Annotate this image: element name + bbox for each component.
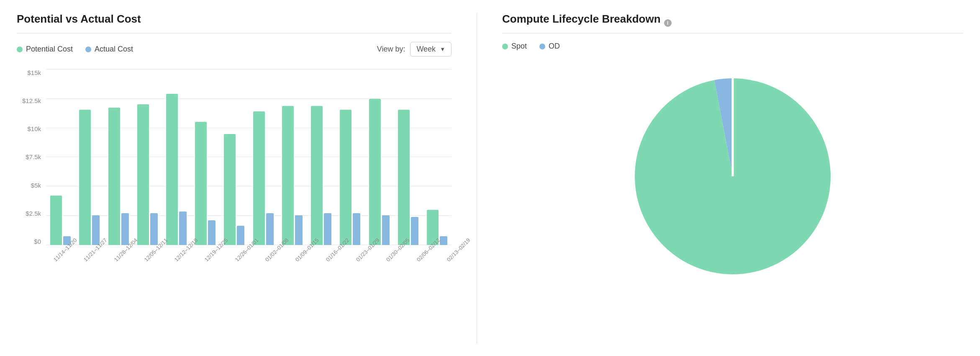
view-by-select[interactable]: Week ▼ xyxy=(410,42,452,57)
right-title-row: Compute Lifecycle Breakdown i xyxy=(502,13,963,33)
bar-potential xyxy=(340,110,351,245)
bar-actual xyxy=(295,215,303,245)
legend-potential-cost: Potential Cost xyxy=(17,45,73,54)
actual-cost-label: Actual Cost xyxy=(95,45,133,54)
view-by-value: Week xyxy=(416,45,436,54)
x-labels: 11/14–11/2011/21–11/2711/28–12/0412/05–1… xyxy=(46,246,452,270)
actual-cost-dot xyxy=(85,46,91,52)
bar-group xyxy=(75,69,104,245)
bar-actual xyxy=(382,215,390,245)
view-by-row: View by: Week ▼ xyxy=(377,42,452,57)
bar-group xyxy=(336,69,364,245)
bar-group xyxy=(307,69,336,245)
potential-cost-dot xyxy=(17,46,23,52)
pie-legend-row: Spot OD xyxy=(502,42,963,51)
bar-potential xyxy=(166,94,178,245)
bar-potential xyxy=(253,111,265,245)
bar-group xyxy=(133,69,162,245)
y-label: $2.5k xyxy=(26,210,41,217)
bar-potential xyxy=(195,122,207,245)
bar-potential xyxy=(282,106,294,245)
spot-dot xyxy=(502,44,508,49)
bar-actual xyxy=(179,212,187,245)
bar-group xyxy=(364,69,393,245)
legend-items: Potential Cost Actual Cost xyxy=(17,45,133,54)
chart-inner: 11/14–11/2011/21–11/2711/28–12/0412/05–1… xyxy=(46,69,452,270)
bar-actual xyxy=(353,213,360,245)
bar-actual xyxy=(324,213,331,245)
bar-group xyxy=(249,69,278,245)
bar-potential xyxy=(224,134,236,245)
pie-chart xyxy=(624,67,841,285)
bar-group xyxy=(220,69,249,245)
bar-potential xyxy=(137,104,149,245)
potential-cost-label: Potential Cost xyxy=(26,45,73,54)
y-axis: $15k$12.5k$10k$7.5k$5k$2.5k$0 xyxy=(17,69,46,245)
left-divider xyxy=(17,33,452,34)
bar-potential xyxy=(108,108,120,245)
bar-group xyxy=(104,69,133,245)
legend-od: OD xyxy=(539,42,560,51)
y-label: $12.5k xyxy=(22,97,41,104)
legend-actual-cost: Actual Cost xyxy=(85,45,133,54)
bar-potential xyxy=(369,99,381,245)
y-label: $0 xyxy=(34,238,41,245)
right-divider xyxy=(502,33,963,34)
bar-actual xyxy=(208,220,215,245)
left-panel-title: Potential vs Actual Cost xyxy=(17,13,452,26)
bar-potential xyxy=(398,110,410,245)
y-label: $5k xyxy=(31,182,41,189)
bar-group xyxy=(46,69,75,245)
bar-potential xyxy=(50,196,62,245)
od-label: OD xyxy=(549,42,560,51)
bar-group xyxy=(162,69,191,245)
right-panel-title: Compute Lifecycle Breakdown xyxy=(502,13,661,26)
y-label: $7.5k xyxy=(26,153,41,160)
legend-spot: Spot xyxy=(502,42,527,51)
right-panel: Compute Lifecycle Breakdown i Spot OD xyxy=(477,13,963,343)
bar-actual xyxy=(266,213,274,245)
bar-actual xyxy=(150,213,158,245)
bar-potential xyxy=(79,110,91,245)
od-dot xyxy=(539,44,545,49)
legend-row: Potential Cost Actual Cost View by: Week… xyxy=(17,42,452,57)
bar-actual xyxy=(411,217,418,245)
chart-area: $15k$12.5k$10k$7.5k$5k$2.5k$0 11/14–11/2… xyxy=(17,69,452,270)
bars-row xyxy=(46,69,452,245)
bar-group xyxy=(191,69,220,245)
y-label: $10k xyxy=(27,125,41,132)
bar-group xyxy=(278,69,307,245)
bar-potential xyxy=(311,106,323,245)
bar-actual xyxy=(237,226,244,245)
chevron-down-icon: ▼ xyxy=(440,46,445,52)
left-panel: Potential vs Actual Cost Potential Cost … xyxy=(17,13,477,343)
y-label: $15k xyxy=(27,69,41,76)
bar-group xyxy=(423,69,452,245)
pie-container xyxy=(502,67,963,285)
bar-group xyxy=(394,69,423,245)
spot-label: Spot xyxy=(511,42,527,51)
view-by-label: View by: xyxy=(377,45,405,54)
info-icon[interactable]: i xyxy=(664,19,672,27)
